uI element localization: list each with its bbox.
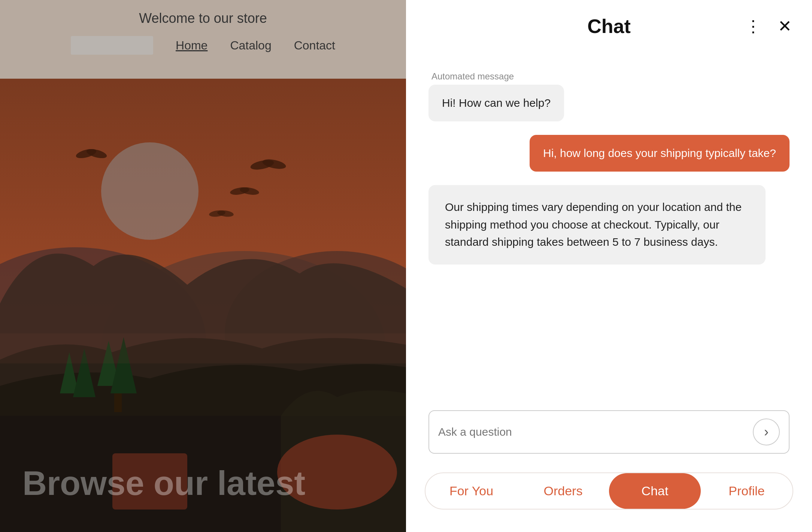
chat-input-area: › [406,399,812,472]
close-button[interactable]: ✕ [776,16,793,36]
chat-messages-area: Automated message Hi! How can we help? H… [406,49,812,399]
chat-panel-title: Chat [587,15,631,37]
chat-input[interactable] [438,426,747,438]
nav-for-you[interactable]: For You [425,473,517,509]
nav-orders[interactable]: Orders [517,473,609,509]
svg-point-1 [101,142,199,240]
chat-header: Chat ⋮ ✕ [406,0,812,49]
user-message-bubble: Hi, how long does your shipping typicall… [530,135,790,172]
store-logo [71,36,153,55]
bottom-nav: For You Orders Chat Profile [425,472,793,510]
automated-message-group: Automated message Hi! How can we help? [428,71,790,121]
bot-reply-bubble: Our shipping times vary depending on you… [428,185,766,265]
browse-text: Browse our latest [22,465,305,502]
svg-rect-19 [0,333,406,363]
automated-label: Automated message [428,71,514,82]
welcome-text: Welcome to our store [139,0,267,32]
store-nav: Home Catalog Contact [71,32,335,55]
store-background: Welcome to our store Home Catalog Contac… [0,0,406,532]
chat-input-wrapper: › [428,410,790,454]
nav-home[interactable]: Home [176,39,207,52]
send-button[interactable]: › [753,418,780,445]
chat-panel: Chat ⋮ ✕ Automated message Hi! How can w… [406,0,812,532]
bottom-nav-container: For You Orders Chat Profile [406,472,812,532]
automated-message-bubble: Hi! How can we help? [428,85,564,121]
nav-contact[interactable]: Contact [294,39,335,52]
chat-header-actions: ⋮ ✕ [743,16,793,36]
landscape-illustration [0,79,406,532]
nav-catalog[interactable]: Catalog [230,39,271,52]
nav-profile[interactable]: Profile [701,473,793,509]
more-options-button[interactable]: ⋮ [743,16,763,36]
store-header: Welcome to our store Home Catalog Contac… [0,0,406,79]
nav-chat[interactable]: Chat [609,473,701,509]
send-arrow-icon: › [764,424,769,440]
svg-rect-16 [114,393,122,412]
